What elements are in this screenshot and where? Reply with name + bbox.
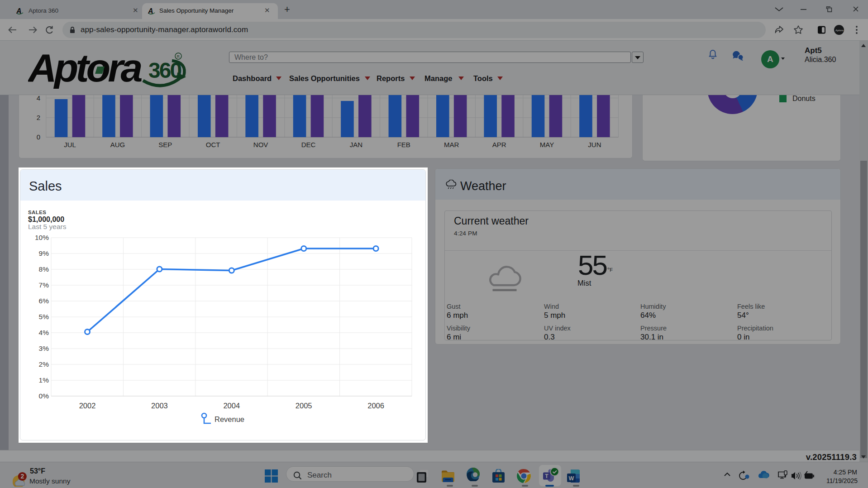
svg-text:DEC: DEC (301, 141, 316, 148)
svg-text:AUG: AUG (110, 141, 125, 148)
svg-text:Aptora: Aptora (28, 52, 142, 89)
svg-text:MAR: MAR (444, 141, 459, 148)
svg-text:R: R (177, 54, 180, 59)
svg-text:2: 2 (37, 114, 40, 121)
svg-text:JUL: JUL (64, 141, 76, 148)
svg-text:MAY: MAY (540, 141, 554, 148)
svg-text:APR: APR (492, 141, 506, 148)
svg-text:0: 0 (37, 133, 40, 141)
svg-text:JAN: JAN (350, 141, 362, 148)
svg-text:SEP: SEP (158, 141, 172, 148)
svg-text:Aptora: Aptora (835, 29, 844, 32)
svg-text:FEB: FEB (397, 141, 410, 148)
svg-text:4: 4 (37, 94, 40, 102)
svg-text:NOV: NOV (253, 141, 268, 148)
svg-text:JUN: JUN (588, 141, 601, 148)
svg-text:360: 360 (148, 58, 181, 82)
svg-text:T: T (545, 473, 548, 479)
svg-text:2: 2 (20, 473, 24, 480)
svg-text:OCT: OCT (206, 141, 220, 148)
svg-text:W: W (569, 475, 574, 482)
